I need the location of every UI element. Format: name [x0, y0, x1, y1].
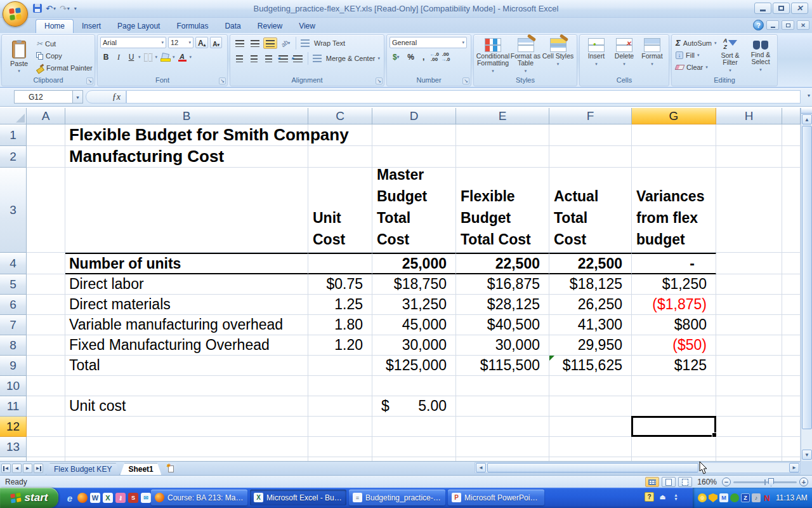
cell-G2[interactable] — [632, 146, 716, 168]
task-button-document[interactable]: ≡Budgeting_practice-fl... — [349, 490, 445, 505]
taskbar-chevron-icon[interactable]: ▴▾ — [671, 492, 681, 502]
cell-E7[interactable]: $40,500 — [456, 315, 549, 335]
grow-font-button[interactable]: A▴ — [195, 37, 208, 48]
start-button[interactable]: start — [0, 488, 58, 508]
cell-C13[interactable] — [308, 437, 372, 457]
font-color-button[interactable]: A — [176, 51, 188, 63]
cell-H12[interactable] — [716, 417, 782, 437]
smiley-icon[interactable]: ☺ — [698, 493, 707, 502]
cell-C5[interactable]: $0.75 — [308, 274, 372, 295]
column-header-B[interactable]: B — [65, 108, 308, 124]
cell-A4[interactable] — [27, 253, 65, 274]
cell-B3[interactable] — [65, 168, 308, 253]
cell-x5[interactable] — [782, 274, 801, 295]
office-button[interactable] — [3, 1, 28, 27]
cell-E6[interactable]: $28,125 — [456, 295, 549, 315]
cell-G8[interactable]: ($50) — [632, 335, 716, 356]
row-header-6[interactable]: 6 — [0, 295, 27, 315]
horizontal-scrollbar[interactable]: ◄ ► — [475, 462, 801, 473]
novell-icon[interactable]: N — [763, 493, 771, 502]
zone-icon[interactable]: Z — [741, 493, 750, 502]
clear-button[interactable]: Clear▾ — [674, 61, 717, 73]
cell-G13[interactable] — [632, 437, 716, 457]
cell-D13[interactable] — [372, 437, 456, 457]
insert-worksheet-tab[interactable] — [163, 464, 180, 475]
cell-E4[interactable]: 22,500 — [456, 253, 549, 274]
row-header-3[interactable]: 3 — [0, 168, 27, 253]
last-sheet-button[interactable]: ► — [34, 464, 43, 473]
cell-B5[interactable]: Direct labor — [65, 274, 308, 295]
align-left-button[interactable] — [233, 53, 246, 64]
cell-D5[interactable]: $18,750 — [372, 274, 456, 295]
cell-H7[interactable] — [716, 315, 782, 335]
cell-H13[interactable] — [716, 437, 782, 457]
excel-icon[interactable]: X — [103, 493, 113, 503]
row-header-5[interactable]: 5 — [0, 274, 27, 295]
cell-F10[interactable] — [549, 376, 632, 396]
cell-G3[interactable]: Variances from flex budget — [632, 168, 716, 253]
name-box-dropdown[interactable]: ▼ — [72, 90, 83, 104]
cell-G6[interactable]: ($1,875) — [632, 295, 716, 315]
cell-H8[interactable] — [716, 335, 782, 356]
cell-B11[interactable]: Unit cost — [65, 396, 308, 417]
cell-F12[interactable] — [549, 417, 632, 437]
zoom-slider-thumb[interactable] — [768, 478, 774, 486]
cell-H6[interactable] — [716, 295, 782, 315]
row-header-13[interactable]: 13 — [0, 437, 27, 457]
cell-E8[interactable]: 30,000 — [456, 335, 549, 356]
cell-D11[interactable]: $5.00 — [372, 396, 456, 417]
cell-A13[interactable] — [27, 437, 65, 457]
next-sheet-button[interactable]: ► — [23, 464, 32, 473]
zoom-level[interactable]: 160% — [697, 478, 717, 486]
cell-F6[interactable]: 26,250 — [549, 295, 632, 315]
cut-button[interactable]: ✂Cut — [35, 37, 94, 50]
cell-G7[interactable]: $800 — [632, 315, 716, 335]
vertical-split-handle[interactable] — [801, 108, 812, 114]
cell-B7[interactable]: Variable manufacturing overhead — [65, 315, 308, 335]
row-header-2[interactable]: 2 — [0, 146, 27, 168]
column-header-D[interactable]: D — [372, 108, 456, 124]
cell-D7[interactable]: 45,000 — [372, 315, 456, 335]
task-button-powerpoint[interactable]: PMicrosoft PowerPoint ... — [448, 490, 544, 505]
cell-C3[interactable]: Unit Cost — [308, 168, 372, 253]
cell-D1[interactable] — [372, 124, 456, 146]
zoom-slider[interactable] — [733, 478, 797, 486]
insert-function-button[interactable]: ƒx — [86, 90, 126, 104]
messenger-icon[interactable]: M — [719, 493, 728, 502]
alignment-dialog-launcher[interactable]: ↘ — [376, 77, 383, 84]
normal-view-button[interactable] — [645, 477, 659, 487]
accounting-format-button[interactable]: $ ▾ — [390, 51, 402, 63]
align-right-button[interactable] — [262, 53, 275, 64]
task-button-firefox[interactable]: Course: BA 213: Man... — [151, 490, 247, 505]
antivirus-icon[interactable] — [730, 493, 739, 502]
cell-B6[interactable]: Direct materials — [65, 295, 308, 315]
decrease-decimal-button[interactable]: .00→.0 — [441, 52, 450, 62]
column-header-C[interactable]: C — [308, 108, 372, 124]
restore-button[interactable] — [773, 3, 790, 14]
cell-E9[interactable]: $115,500 — [456, 356, 549, 376]
cell-C4[interactable] — [308, 253, 372, 274]
increase-decimal-button[interactable]: ←.0.00 — [429, 52, 439, 62]
cell-F11[interactable] — [549, 396, 632, 417]
cell-F13[interactable] — [549, 437, 632, 457]
cell-A9[interactable] — [27, 356, 65, 376]
percent-style-button[interactable]: % — [404, 51, 417, 63]
cell-C6[interactable]: 1.25 — [308, 295, 372, 315]
page-break-view-button[interactable] — [678, 477, 692, 487]
cell-H10[interactable] — [716, 376, 782, 396]
cell-G4[interactable]: - — [632, 253, 716, 274]
cell-A1[interactable] — [27, 124, 65, 146]
number-format-combo[interactable]: General▾ — [390, 37, 467, 48]
cell-x11[interactable] — [782, 396, 801, 417]
align-center-button[interactable] — [247, 53, 261, 64]
cell-E12[interactable] — [456, 417, 549, 437]
cell-D6[interactable]: 31,250 — [372, 295, 456, 315]
orientation-button[interactable]: ab▾ — [278, 37, 292, 49]
help-button[interactable]: ? — [753, 20, 764, 30]
cell-F1[interactable] — [549, 124, 632, 146]
cell-G1[interactable] — [632, 124, 716, 146]
first-sheet-button[interactable]: ◄ — [1, 464, 11, 473]
cell-E13[interactable] — [456, 437, 549, 457]
cell-C10[interactable] — [308, 376, 372, 396]
keys-icon[interactable]: ⚷ — [115, 493, 126, 503]
